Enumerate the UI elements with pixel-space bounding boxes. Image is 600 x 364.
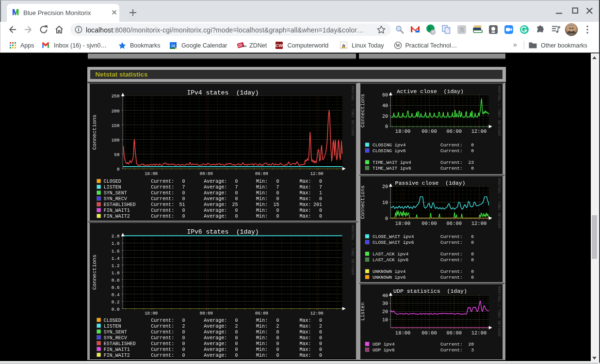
- svg-text:CLOSED: CLOSED: [104, 179, 121, 184]
- svg-text:IPv4 states (1day): IPv4 states (1day): [187, 89, 259, 96]
- svg-text:FIN_WAIT2: FIN_WAIT2: [104, 353, 130, 358]
- svg-text:0: 0: [276, 330, 279, 335]
- svg-text:Current:: Current:: [151, 353, 174, 358]
- svg-text:1.2: 1.2: [112, 263, 120, 269]
- svg-text:0: 0: [182, 196, 185, 202]
- svg-text:CLOSED: CLOSED: [104, 318, 121, 323]
- svg-text:Average:: Average:: [204, 202, 227, 207]
- svg-text:0: 0: [182, 214, 185, 219]
- svg-text:06:00: 06:00: [255, 311, 268, 316]
- svg-text:2.0: 2.0: [112, 234, 120, 239]
- svg-text:0: 0: [235, 335, 238, 341]
- svg-text:SYN_RECV: SYN_RECV: [104, 196, 127, 202]
- svg-text:06:00: 06:00: [447, 330, 462, 336]
- svg-text:12:00: 12:00: [310, 311, 324, 316]
- svg-text:18:00: 18:00: [395, 330, 411, 336]
- svg-text:Average:: Average:: [204, 196, 227, 202]
- svg-text:TIME_WAIT ipv6: TIME_WAIT ipv6: [373, 166, 411, 171]
- svg-text:Connections: Connections: [360, 94, 366, 127]
- svg-text:FIN_WAIT1: FIN_WAIT1: [104, 208, 130, 213]
- svg-text:0: 0: [471, 275, 474, 280]
- svg-text:1.0: 1.0: [112, 270, 120, 276]
- svg-text:Average:: Average:: [204, 341, 227, 347]
- svg-text:7: 7: [276, 185, 279, 190]
- svg-text:0: 0: [471, 257, 474, 263]
- svg-text:Current:: Current:: [440, 148, 463, 154]
- svg-text:0: 0: [471, 269, 474, 274]
- svg-text:RRDTOOL / TOBI OETIKER: RRDTOOL / TOBI OETIKER: [351, 225, 355, 275]
- svg-text:Min:: Min:: [256, 208, 268, 213]
- svg-text:RRDTOOL / TOBI OETIKER: RRDTOOL / TOBI OETIKER: [497, 286, 501, 337]
- svg-text:RRDTOOL / TOBI OETIKER: RRDTOOL / TOBI OETIKER: [497, 86, 501, 136]
- svg-text:1: 1: [319, 190, 322, 196]
- svg-text:Current:: Current:: [151, 324, 174, 329]
- svg-text:0.2: 0.2: [112, 300, 120, 305]
- svg-text:SYN_SENT: SYN_SENT: [104, 330, 127, 335]
- svg-text:LISTEN: LISTEN: [104, 185, 121, 190]
- svg-text:Current:: Current:: [151, 190, 174, 196]
- svg-text:Current:: Current:: [440, 269, 463, 274]
- svg-text:UNKNOWN ipv4: UNKNOWN ipv4: [373, 269, 406, 274]
- svg-text:0.6: 0.6: [112, 285, 120, 290]
- svg-text:Min:: Min:: [256, 185, 268, 190]
- svg-text:Average:: Average:: [204, 185, 227, 190]
- svg-text:0: 0: [276, 341, 279, 347]
- svg-text:Current:: Current:: [440, 234, 463, 239]
- svg-text:0: 0: [276, 190, 279, 196]
- svg-text:0: 0: [235, 330, 238, 335]
- svg-text:FIN_WAIT1: FIN_WAIT1: [104, 347, 130, 352]
- svg-text:RRDTOOL / TOBI OETIKER: RRDTOOL / TOBI OETIKER: [351, 86, 355, 136]
- svg-text:Min:: Min:: [256, 318, 268, 323]
- svg-text:0: 0: [182, 341, 185, 347]
- svg-text:51: 51: [179, 202, 185, 207]
- svg-text:Max:: Max:: [300, 318, 311, 323]
- svg-text:0: 0: [235, 196, 238, 202]
- svg-text:Connections: Connections: [360, 185, 366, 219]
- svg-text:SYN_RECV: SYN_RECV: [104, 335, 127, 341]
- svg-text:0: 0: [235, 353, 238, 358]
- svg-text:Max:: Max:: [300, 179, 311, 184]
- svg-text:0: 0: [182, 318, 185, 323]
- svg-text:ℛ: ℛ: [459, 27, 464, 33]
- svg-text:3: 3: [471, 348, 474, 353]
- svg-text:Current:: Current:: [440, 342, 463, 347]
- svg-text:Current:: Current:: [151, 208, 174, 213]
- svg-text:0: 0: [319, 353, 322, 358]
- svg-text:Current:: Current:: [151, 202, 174, 207]
- svg-text:06:00: 06:00: [255, 172, 268, 176]
- svg-text:UNKNOWN ipv6: UNKNOWN ipv6: [373, 275, 406, 280]
- svg-text:20: 20: [382, 184, 388, 189]
- svg-text:Current:: Current:: [151, 347, 174, 352]
- svg-text:18:00: 18:00: [145, 172, 158, 176]
- svg-text:Connections: Connections: [92, 254, 97, 290]
- svg-text:UDP statistics (1day): UDP statistics (1day): [393, 288, 467, 294]
- svg-text:0: 0: [182, 330, 185, 335]
- svg-text:Max:: Max:: [300, 324, 311, 329]
- svg-text:M: M: [12, 8, 19, 16]
- svg-text:Min:: Min:: [256, 190, 268, 196]
- svg-text:15: 15: [273, 202, 279, 207]
- svg-text:0: 0: [319, 214, 322, 219]
- svg-text:0: 0: [319, 179, 322, 184]
- svg-text:20: 20: [382, 114, 388, 119]
- svg-text:2: 2: [182, 324, 185, 329]
- svg-text:Max:: Max:: [300, 185, 311, 190]
- svg-text:1.4: 1.4: [112, 256, 120, 261]
- svg-text:Current:: Current:: [151, 335, 174, 341]
- svg-text:UDP ipv4: UDP ipv4: [373, 342, 395, 347]
- svg-text:Min:: Min:: [256, 330, 268, 335]
- svg-text:2: 2: [276, 324, 279, 329]
- svg-text:Current:: Current:: [440, 160, 463, 165]
- svg-text:25: 25: [232, 202, 238, 207]
- svg-text:Min:: Min:: [256, 347, 268, 352]
- svg-text:2: 2: [235, 324, 238, 329]
- svg-text:00:00: 00:00: [200, 311, 213, 316]
- svg-text:2: 2: [319, 324, 322, 329]
- svg-text:Min:: Min:: [256, 196, 268, 202]
- svg-text:0: 0: [117, 167, 120, 172]
- svg-text:UDP ipv6: UDP ipv6: [373, 348, 395, 353]
- svg-text:6: 6: [471, 234, 474, 239]
- svg-text:0: 0: [182, 208, 185, 213]
- svg-text:Average:: Average:: [204, 347, 227, 352]
- svg-text:Average:: Average:: [204, 330, 227, 335]
